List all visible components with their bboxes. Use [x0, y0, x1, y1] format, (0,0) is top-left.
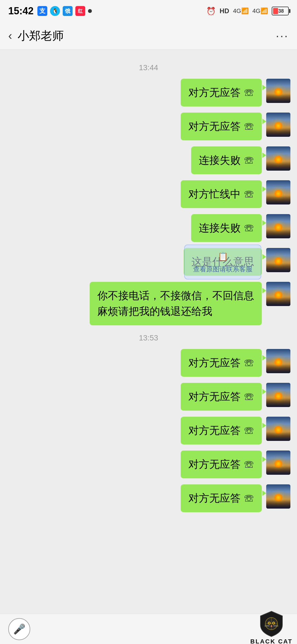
avatar: [266, 214, 290, 238]
svg-line-9: [265, 626, 270, 626]
message-bubble: 对方无应答 ☏: [181, 451, 262, 478]
message-text: 连接失败 ☏: [199, 154, 254, 166]
avatar: [266, 484, 290, 509]
timestamp-2: 13:53: [7, 334, 290, 342]
black-cat-watermark: BLACK CAT: [226, 611, 297, 644]
voice-icon: 🎤: [13, 623, 26, 635]
message-text: 这是什么意思: [191, 256, 254, 268]
message-text: 对方无应答 ☏: [188, 391, 254, 402]
avatar: [266, 451, 290, 475]
message-row: 对方无应答 ☏: [7, 417, 290, 444]
signal2-icon: 4G📶: [252, 7, 268, 15]
message-text: 对方无应答 ☏: [188, 425, 254, 436]
avatar: [266, 113, 290, 137]
message-row: 对方无应答 ☏: [7, 113, 290, 140]
avatar: [266, 417, 290, 441]
message-text: 连接失败 ☏: [199, 222, 254, 234]
message-row: 连接失败 ☏: [7, 214, 290, 242]
status-time: 15:42: [8, 5, 34, 17]
message-bubble: 对方无应答 ☏: [181, 417, 262, 444]
message-bubble: 对方无应答 ☏: [181, 349, 262, 377]
avatar: [266, 282, 290, 306]
svg-line-11: [273, 626, 278, 626]
message-bubble: 对方无应答 ☏: [181, 79, 262, 107]
message-bubble: 对方忙线中 ☏: [181, 180, 262, 208]
battery-level: 38: [273, 8, 289, 14]
message-row: 对方忙线中 ☏: [7, 180, 290, 208]
message-row: 你不接电话，不接微信，不回信息麻烦请把我的钱退还给我: [7, 282, 290, 325]
chat-title: 小郑老师: [18, 28, 276, 43]
avatar: [266, 180, 290, 204]
alipay-icon: 支: [37, 6, 47, 16]
message-bubble: 对方无应答 ☏: [181, 383, 262, 411]
status-icons: 支 🐧 饿 红: [37, 6, 92, 16]
avatar: [266, 349, 290, 373]
message-text: 对方无应答 ☏: [188, 121, 254, 132]
xiaohongshu-icon: 红: [75, 6, 85, 16]
message-bubble: 对方无应答 ☏: [181, 113, 262, 140]
voice-button[interactable]: 🎤: [8, 618, 30, 640]
message-bubble: 对方无应答 ☏: [181, 484, 262, 512]
black-cat-label: BLACK CAT: [250, 638, 293, 644]
message-text: 对方无应答 ☏: [188, 357, 254, 369]
message-bubble: 这是什么意思 📋 查看原图请联系客服: [184, 248, 262, 276]
eleme-icon: 饿: [63, 6, 73, 16]
timestamp-1: 13:44: [7, 63, 290, 72]
message-row: 对方无应答 ☏: [7, 484, 290, 512]
message-row: 这是什么意思 📋 查看原图请联系客服: [7, 248, 290, 276]
message-bubble: 你不接电话，不接微信，不回信息麻烦请把我的钱退还给我: [90, 282, 262, 325]
chat-area: 13:44 对方无应答 ☏ 对方无应答 ☏ 连接失败 ☏ 对方忙线中 ☏ 连接失…: [0, 50, 297, 644]
signal1-icon: 4G📶: [233, 7, 248, 15]
message-row: 对方无应答 ☏: [7, 451, 290, 478]
message-row: 对方无应答 ☏: [7, 383, 290, 411]
message-text: 对方无应答 ☏: [188, 87, 254, 98]
avatar: [266, 383, 290, 407]
hd-icon: HD: [220, 7, 229, 15]
message-text: 你不接电话，不接微信，不回信息麻烦请把我的钱退还给我: [97, 290, 254, 317]
svg-line-10: [273, 625, 278, 626]
back-button[interactable]: ‹: [8, 29, 12, 42]
notification-dot: [88, 9, 92, 13]
shield-svg: [259, 610, 284, 637]
message-bubble: 连接失败 ☏: [191, 146, 262, 174]
message-text: 对方忙线中 ☏: [188, 188, 254, 200]
message-text: 对方无应答 ☏: [188, 459, 254, 470]
alarm-icon: ⏰: [206, 7, 216, 16]
battery-indicator: 38: [272, 7, 289, 15]
message-bubble: 连接失败 ☏: [191, 214, 262, 242]
status-right: ⏰ HD 4G📶 4G📶 38: [206, 7, 289, 16]
black-cat-shield: BLACK CAT: [250, 610, 293, 644]
avatar: [266, 248, 290, 272]
qq-icon: 🐧: [50, 6, 60, 16]
nav-bar: ‹ 小郑老师 ···: [0, 22, 297, 50]
more-button[interactable]: ···: [276, 29, 289, 42]
avatar: [266, 79, 290, 103]
status-bar: 15:42 支 🐧 饿 红 ⏰ HD 4G📶 4G📶 38: [0, 0, 297, 22]
message-row: 连接失败 ☏: [7, 146, 290, 174]
message-row: 对方无应答 ☏: [7, 349, 290, 377]
status-left: 15:42 支 🐧 饿 红: [8, 5, 92, 17]
message-text: 对方无应答 ☏: [188, 492, 254, 504]
message-row: 对方无应答 ☏: [7, 79, 290, 107]
avatar: [266, 146, 290, 171]
svg-line-8: [265, 625, 270, 626]
